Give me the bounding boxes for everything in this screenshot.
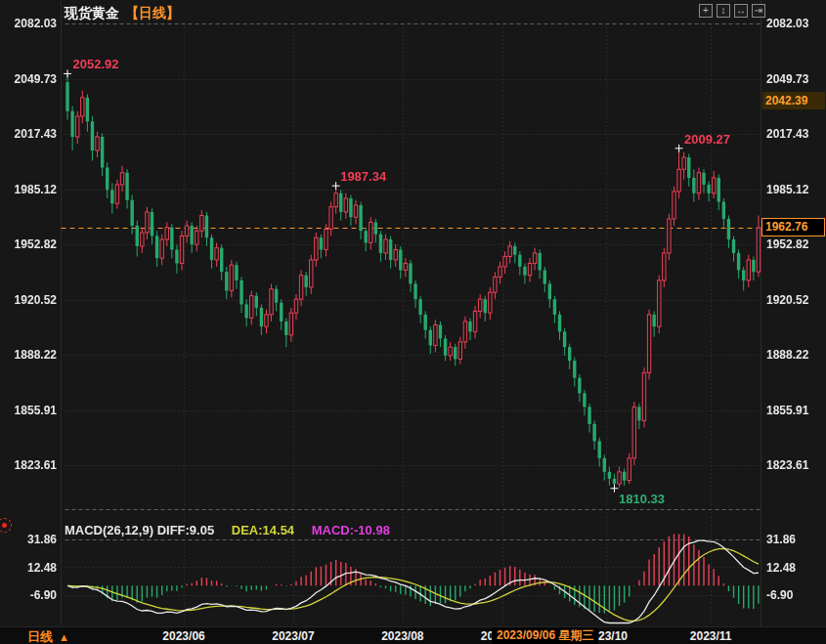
go-to-latest-button[interactable]: ⇥ (752, 4, 765, 18)
axis-tick-label: 1888.22 (766, 348, 808, 362)
time-axis-label: 2023/11 (690, 629, 732, 643)
price-annotation: 2009.27 (684, 132, 730, 147)
axis-tick-label: 1888.22 (2, 348, 57, 362)
macd-legend: MACD(26,12,9) DIFF:9.05 DEA:14.54 MACD:-… (65, 523, 390, 537)
axis-tick-label: 2017.43 (2, 127, 57, 141)
axis-tick-label: 12.48 (2, 561, 57, 575)
axis-tick-label: 1823.61 (766, 458, 808, 472)
axis-tick-label: -6.90 (766, 588, 793, 602)
axis-tick-label: 2082.03 (2, 17, 57, 30)
axis-tick-label: 2049.73 (766, 72, 808, 86)
crosshair-date-badge: 2023/09/06 星期三 (492, 627, 598, 644)
pan-tool-button[interactable]: + (699, 4, 713, 18)
chart-title: 现货黄金【日线】 (65, 5, 180, 22)
axis-tick-label: 1855.91 (766, 404, 808, 417)
price-annotation: 1810.33 (619, 492, 665, 506)
axis-tick-label: 1920.52 (766, 293, 808, 307)
axis-tick-label: 2082.03 (766, 17, 808, 30)
axis-tick-label: 1920.52 (2, 293, 57, 307)
time-axis-label: 2023/08 (381, 629, 423, 643)
time-axis-label: 2023/06 (162, 629, 204, 643)
axis-tick-label: 12.48 (766, 561, 796, 575)
chart-toolbar: + ↕ ↔ ⇥ (699, 4, 765, 18)
fit-horizontal-button[interactable]: ↔ (734, 4, 748, 18)
price-alert-badge: 2042.39 (762, 92, 825, 109)
period-selector-label: 日线 (27, 629, 53, 644)
fit-vertical-button[interactable]: ↕ (717, 4, 730, 18)
trading-chart-window: 现货黄金【日线】 + ↕ ↔ ⇥ MACD(26,12,9) DIFF:9.05… (0, 0, 826, 644)
price-annotation: 1987.34 (340, 169, 386, 184)
axis-tick-label: 1952.82 (766, 237, 808, 251)
axis-tick-label: 1952.82 (2, 237, 57, 251)
macd-value-label: MACD:-10.98 (312, 523, 390, 537)
axis-tick-label: -6.90 (2, 588, 57, 602)
macd-params-diff-label: MACD(26,12,9) DIFF:9.05 (65, 523, 214, 537)
axis-tick-label: 31.86 (2, 533, 57, 546)
period-expand-arrow-icon: ▲ (59, 631, 69, 643)
axis-tick-label: 1855.91 (2, 404, 57, 417)
period-selector[interactable]: 日线▲ (27, 628, 69, 644)
axis-tick-label: 31.86 (766, 533, 796, 546)
price-annotation: 2052.92 (73, 57, 119, 71)
time-axis-label: 2023/07 (272, 629, 314, 643)
period-tag: 【日线】 (125, 5, 180, 21)
macd-dea-label: DEA:14.54 (232, 523, 294, 537)
symbol-name: 现货黄金 (65, 5, 119, 21)
axis-tick-label: 1985.12 (766, 183, 808, 196)
chart-canvas[interactable] (0, 0, 826, 644)
axis-tick-label: 2049.73 (2, 72, 57, 86)
axis-tick-label: 1985.12 (2, 183, 57, 196)
axis-tick-label: 1823.61 (2, 458, 57, 472)
current-price-badge: 1962.76 (761, 218, 825, 236)
axis-tick-label: 2017.43 (766, 127, 808, 141)
